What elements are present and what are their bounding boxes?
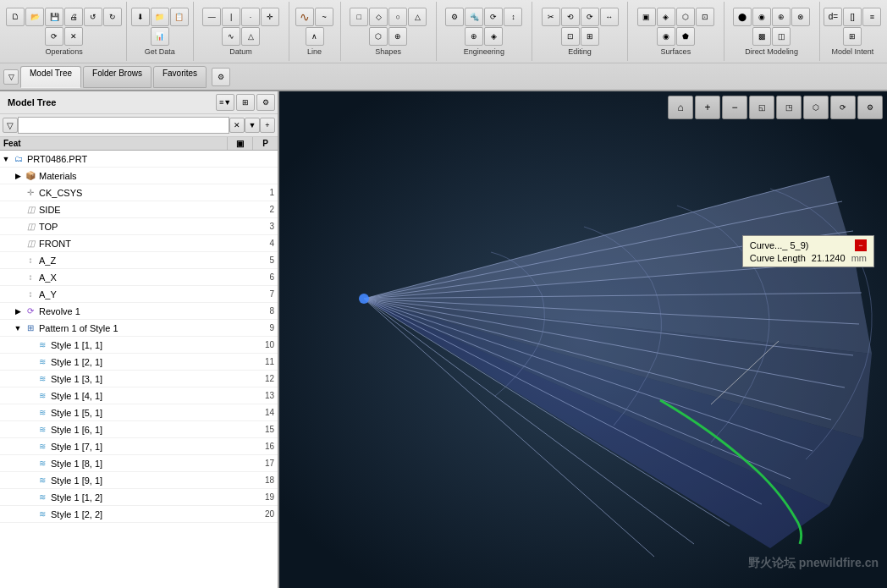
tree-item[interactable]: ▶⟳Revolve 18	[0, 303, 278, 320]
zoom-out-button[interactable]: −	[722, 96, 747, 119]
regen-button[interactable]: ⟳	[45, 27, 63, 46]
tree-item[interactable]: ≋Style 1 [9, 1]18	[0, 472, 278, 489]
model-tree-tab[interactable]: Model Tree	[20, 66, 81, 88]
tree-search-input[interactable]	[18, 117, 229, 134]
viewport[interactable]: ⌂ + − ◱ ◳ ⬡ ⟳ ⚙ Curve..._ 5_9) − Curve L…	[279, 91, 887, 588]
getdata-btn3[interactable]: 📋	[170, 8, 189, 26]
measurement-close-button[interactable]: −	[855, 239, 867, 251]
settings-icon[interactable]: ⚙	[212, 68, 230, 86]
filter-icon[interactable]: ▽	[3, 69, 19, 85]
tree-item[interactable]: ≋Style 1 [4, 1]13	[0, 387, 278, 404]
edit-btn2[interactable]: ⟲	[561, 8, 580, 26]
edit-btn5[interactable]: ⊡	[561, 27, 580, 46]
dm-btn5[interactable]: ▩	[752, 27, 771, 46]
mi-btn3[interactable]: ≡	[862, 8, 881, 26]
mi-btn1[interactable]: d=	[824, 8, 842, 26]
view-spin-button[interactable]: ⟳	[830, 96, 856, 119]
mi-btn4[interactable]: ⊞	[843, 27, 862, 46]
surf-btn2[interactable]: ◈	[657, 8, 675, 26]
eng-btn1[interactable]: ⚙	[445, 8, 464, 26]
tree-content[interactable]: ▼🗂PRT0486.PRT▶📦Materials✛CK_CSYS1◫SIDE2◫…	[0, 151, 278, 588]
favorites-tab[interactable]: Favorites	[153, 66, 207, 88]
view-settings-button[interactable]: ⚙	[857, 96, 883, 119]
datum-plane[interactable]: —	[202, 8, 221, 26]
tree-item[interactable]: ≋Style 1 [7, 1]16	[0, 438, 278, 455]
view-front-button[interactable]: ◱	[749, 96, 774, 119]
eng-btn5[interactable]: ⊕	[465, 27, 483, 46]
tree-expand-icon[interactable]: ▼	[12, 322, 24, 334]
datum-curve[interactable]: ∿	[222, 27, 240, 46]
tree-item[interactable]: ↕A_Y7	[0, 286, 278, 303]
dm-btn2[interactable]: ◉	[752, 8, 771, 26]
zoom-home-button[interactable]: ⌂	[668, 96, 693, 119]
eng-btn6[interactable]: ◈	[484, 27, 503, 46]
tree-columns-icon[interactable]: ⊞	[236, 94, 255, 111]
dm-btn6[interactable]: ◫	[772, 27, 791, 46]
eng-btn2[interactable]: 🔩	[465, 8, 483, 26]
tree-item[interactable]: ≋Style 1 [1, 1]10	[0, 337, 278, 354]
dm-btn3[interactable]: ⊕	[772, 8, 791, 26]
surf-btn4[interactable]: ⊡	[696, 8, 714, 26]
tree-settings-icon[interactable]: ⚙	[256, 94, 275, 111]
view-back-button[interactable]: ◳	[776, 96, 802, 119]
add-filter-icon[interactable]: +	[260, 118, 275, 133]
tree-item[interactable]: ≋Style 1 [6, 1]15	[0, 421, 278, 438]
search-dropdown-icon[interactable]: ▼	[245, 118, 260, 133]
shapes-btn6[interactable]: ⊕	[388, 27, 407, 46]
surf-btn3[interactable]: ⬡	[676, 8, 695, 26]
save-button[interactable]: 💾	[45, 8, 63, 26]
surf-btn5[interactable]: ◉	[657, 27, 675, 46]
eng-btn3[interactable]: ⟳	[484, 8, 503, 26]
tree-item[interactable]: ≋Style 1 [3, 1]12	[0, 371, 278, 387]
edit-btn3[interactable]: ⟳	[581, 8, 599, 26]
open-button[interactable]: 📂	[25, 8, 44, 26]
shapes-btn2[interactable]: ◇	[369, 8, 388, 26]
line-btn2[interactable]: ~	[315, 8, 333, 26]
undo-button[interactable]: ↺	[84, 8, 102, 26]
edit-btn6[interactable]: ⊞	[581, 27, 599, 46]
datum-axis[interactable]: |	[222, 8, 240, 26]
new-button[interactable]: 🗋	[6, 8, 25, 26]
tree-item[interactable]: ◫SIDE2	[0, 201, 278, 218]
tree-expand-icon[interactable]: ▶	[12, 305, 24, 317]
browse-button[interactable]: 📁	[151, 8, 169, 26]
tree-item[interactable]: ▼⊞Pattern 1 of Style 19	[0, 320, 278, 337]
tree-item[interactable]: ◫FRONT4	[0, 235, 278, 252]
edit-btn4[interactable]: ↔	[600, 8, 619, 26]
tree-item[interactable]: ≋Style 1 [5, 1]14	[0, 404, 278, 421]
shapes-btn1[interactable]: □	[350, 8, 368, 26]
filter-tree-icon[interactable]: ▽	[3, 118, 18, 133]
tree-item[interactable]: ▼🗂PRT0486.PRT	[0, 151, 278, 168]
view-3d-button[interactable]: ⬡	[803, 96, 829, 119]
tree-item[interactable]: ≋Style 1 [8, 1]17	[0, 455, 278, 472]
tree-expand-icon[interactable]: ▶	[12, 170, 24, 182]
print-button[interactable]: 🖨	[64, 8, 83, 26]
surf-btn1[interactable]: ▣	[637, 8, 656, 26]
tree-item[interactable]: ≋Style 1 [2, 1]11	[0, 354, 278, 371]
edit-btn1[interactable]: ✂	[542, 8, 560, 26]
close-button[interactable]: ✕	[64, 27, 83, 46]
clear-search-icon[interactable]: ✕	[229, 118, 245, 133]
tree-item[interactable]: ▶📦Materials	[0, 168, 278, 184]
shapes-btn3[interactable]: ○	[388, 8, 407, 26]
tree-item[interactable]: ↕A_Z5	[0, 252, 278, 269]
tree-item[interactable]: ↕A_X6	[0, 269, 278, 286]
datum-point[interactable]: ·	[241, 8, 260, 26]
datum-ref[interactable]: △	[241, 27, 260, 46]
tree-view-icon[interactable]: ≡▼	[216, 94, 234, 111]
shapes-btn5[interactable]: ⬡	[369, 27, 388, 46]
line-btn3[interactable]: ∧	[306, 27, 324, 46]
getdata-btn4[interactable]: 📊	[151, 27, 169, 46]
dm-btn1[interactable]: ⬤	[733, 8, 752, 26]
tree-item[interactable]: ≋Style 1 [2, 2]20	[0, 506, 278, 523]
datum-csys[interactable]: ✛	[261, 8, 279, 26]
tree-item[interactable]: ◫TOP3	[0, 218, 278, 235]
line-icon[interactable]: ∿	[295, 8, 314, 26]
tree-item[interactable]: ✛CK_CSYS1	[0, 184, 278, 201]
tree-item[interactable]: ≋Style 1 [1, 2]19	[0, 489, 278, 506]
zoom-in-button[interactable]: +	[695, 96, 720, 119]
dm-btn4[interactable]: ⊗	[791, 8, 810, 26]
shapes-btn4[interactable]: △	[408, 8, 427, 26]
eng-btn4[interactable]: ↕	[504, 8, 522, 26]
mi-btn2[interactable]: []	[843, 8, 862, 26]
